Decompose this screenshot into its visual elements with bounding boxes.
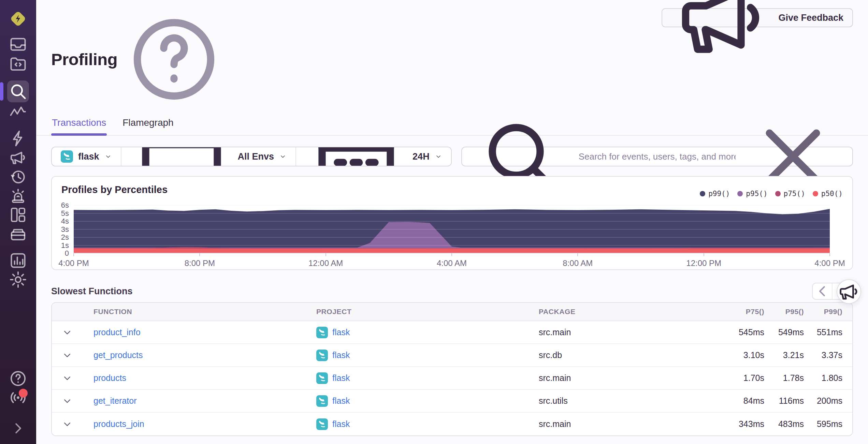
legend-item-p50[interactable]: p50() [813,190,843,198]
chevron-down-icon [279,153,287,160]
y-axis-label: 4s [52,217,69,226]
flask-project-icon [61,150,73,163]
row-expander[interactable] [61,418,93,430]
search-input[interactable] [579,151,736,162]
sidebar-item-projects[interactable] [7,54,29,73]
column-header-p99[interactable]: P99() [804,308,842,316]
flask-project-icon [316,327,328,338]
sidebar-item-crons[interactable] [7,167,29,186]
percentiles-area-chart[interactable]: 01s2s3s4s5s6s4:00 PM8:00 PM12:00 AM4:00 … [74,205,830,253]
crons-icon [7,167,29,186]
help-icon[interactable] [123,8,225,110]
tab-flamegraph[interactable]: Flamegraph [122,115,174,135]
sidebar-item-stats[interactable] [7,251,29,270]
row-expander[interactable] [61,327,93,338]
y-axis-label: 6s [52,201,69,210]
function-link[interactable]: products [93,373,126,383]
column-header-p95[interactable]: P95() [764,308,804,316]
date-range-filter-button[interactable]: 24H [296,147,451,166]
sidebar-item-insights[interactable] [7,129,29,148]
chevron-down-icon [104,153,112,160]
page-filter-group: flask All Envs 24H [51,147,452,166]
sidebar-item-issues[interactable] [7,35,29,54]
p75-cell: 1.70s [726,373,764,383]
sidebar-item-help[interactable] [7,369,29,388]
row-expander[interactable] [61,395,93,407]
row-expander[interactable] [61,350,93,361]
feedback-icon [7,148,29,167]
page-content: flask All Envs 24H [51,136,853,444]
package-cell: src.db [539,350,726,360]
releases-icon [7,224,29,243]
y-axis-label: 5s [52,209,69,218]
tab-transactions[interactable]: Transactions [51,115,107,135]
chevron-down-icon [61,350,73,361]
row-expander[interactable] [61,372,93,384]
p95-cell: 549ms [764,327,804,337]
sidebar-item-traces[interactable] [7,102,29,121]
sidebar-item-alerts[interactable] [7,186,29,205]
sidebar-item-settings[interactable] [7,270,29,289]
function-link[interactable]: get_products [93,350,143,360]
project-cell: flask [316,372,539,384]
project-link[interactable]: flask [332,373,350,383]
x-axis-tick [704,253,704,256]
chevron-down-icon [435,153,442,160]
chart-legend: p99()p95()p75()p50() [700,190,843,198]
project-link[interactable]: flask [332,419,350,429]
collapse-icon [7,419,29,438]
column-header-package[interactable]: PACKAGE [539,308,726,316]
sidebar-nav [0,35,36,297]
p99-cell: 1.80s [804,373,842,383]
sidebar-item-dashboards[interactable] [7,205,29,224]
function-link[interactable]: products_join [93,419,144,429]
legend-item-p75[interactable]: p75() [775,190,805,198]
sidebar-item-feedback[interactable] [7,148,29,167]
sidebar-collapse-button[interactable] [7,419,29,438]
sidebar-item-releases[interactable] [7,224,29,243]
slowest-functions-prev-button[interactable] [813,283,833,299]
p99-cell: 595ms [804,419,842,429]
floating-feedback-button[interactable] [837,279,861,304]
x-axis-tick [577,253,578,256]
chevron-down-icon [61,327,73,338]
help-icon [7,369,29,388]
column-header-p75[interactable]: P75() [726,308,764,316]
function-link[interactable]: product_info [93,327,141,337]
sidebar [0,0,36,444]
table-row: products_joinflasksrc.main343ms483ms595m… [52,413,852,435]
x-axis-tick [73,253,74,256]
project-link[interactable]: flask [332,327,350,337]
chevron-down-icon [61,395,73,407]
issues-icon [7,35,29,54]
project-filter-button[interactable]: flask [52,147,121,166]
megaphone-icon [837,280,860,303]
sidebar-item-explore[interactable] [7,80,29,102]
sidebar-nav-group [7,80,29,121]
legend-label: p75() [784,190,805,198]
sidebar-item-whats-new[interactable] [7,388,29,407]
flask-project-icon [316,418,328,430]
chevron-left-icon [813,282,832,301]
column-header-project[interactable]: PROJECT [316,308,539,316]
function-link[interactable]: get_iterator [93,396,136,405]
project-cell: flask [316,327,539,338]
package-cell: src.utils [539,396,726,406]
p75-cell: 3.10s [726,350,764,360]
x-axis-label: 12:00 PM [686,258,721,268]
project-cell: flask [316,418,539,430]
window-icon [130,147,233,166]
give-feedback-button[interactable]: Give Feedback [662,8,853,27]
sidebar-nav-group [7,251,29,289]
environment-filter-button[interactable]: All Envs [121,147,296,166]
profiles-by-percentiles-card: Profiles by Percentiles p99()p95()p75()p… [51,176,853,270]
table-row: get_iteratorflasksrc.utils84ms116ms200ms [52,390,852,413]
column-header-function[interactable]: FUNCTION [93,308,316,316]
package-cell: src.main [539,373,726,383]
legend-item-p99[interactable]: p99() [700,190,730,198]
sentry-logo[interactable] [8,9,28,29]
project-link[interactable]: flask [332,350,350,360]
sidebar-nav-group [7,129,29,243]
legend-item-p95[interactable]: p95() [737,190,767,198]
project-link[interactable]: flask [332,396,350,406]
